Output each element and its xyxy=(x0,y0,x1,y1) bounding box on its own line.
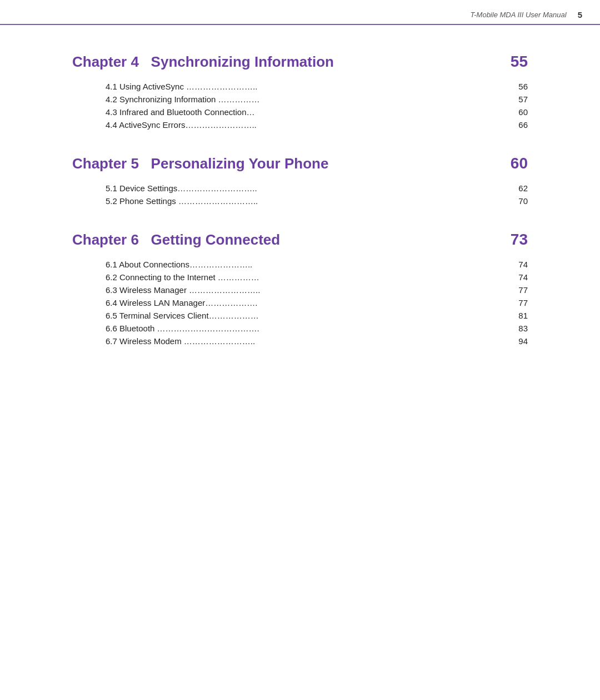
toc-entry: 4.2 Synchronizing Information …………… 57 xyxy=(106,95,528,104)
toc-entry: 6.2 Connecting to the Internet …………… 74 xyxy=(106,272,528,282)
chapter5-section: Chapter 5 Personalizing Your Phone 60 5.… xyxy=(72,155,528,206)
chapter4-section: Chapter 4 Synchronizing Information 55 4… xyxy=(72,53,528,130)
chapter4-heading: Chapter 4 Synchronizing Information 55 xyxy=(72,53,528,71)
chapter6-section: Chapter 6 Getting Connected 73 6.1 About… xyxy=(72,231,528,346)
chapter5-entries: 5.1 Device Settings……………………….. 62 5.2 Ph… xyxy=(72,183,528,206)
toc-entry: 4.3 Infrared and Bluetooth Connection… 6… xyxy=(106,107,528,117)
chapter5-heading: Chapter 5 Personalizing Your Phone 60 xyxy=(72,155,528,172)
toc-entry: 5.2 Phone Settings ……………………….. 70 xyxy=(106,196,528,206)
chapter4-title: Chapter 4 Synchronizing Information xyxy=(72,53,334,71)
toc-entry: 6.5 Terminal Services Client……………… 81 xyxy=(106,311,528,320)
toc-entry: 6.4 Wireless LAN Manager………………. 77 xyxy=(106,298,528,307)
chapter5-title: Chapter 5 Personalizing Your Phone xyxy=(72,155,328,172)
toc-entry: 4.4 ActiveSync Errors…………………….. 66 xyxy=(106,120,528,130)
toc-entry: 6.3 Wireless Manager …………………….. 77 xyxy=(106,285,528,295)
chapter5-page: 60 xyxy=(500,155,528,172)
toc-entry: 4.1 Using ActiveSync …………………….. 56 xyxy=(106,82,528,91)
toc-entry: 6.7 Wireless Modem …………………….. 94 xyxy=(106,336,528,346)
header-title: T-Mobile MDA III User Manual xyxy=(471,11,567,19)
chapter6-title: Chapter 6 Getting Connected xyxy=(72,231,280,249)
page-content: Chapter 4 Synchronizing Information 55 4… xyxy=(0,25,600,399)
chapter4-entries: 4.1 Using ActiveSync …………………….. 56 4.2 S… xyxy=(72,82,528,130)
chapter6-heading: Chapter 6 Getting Connected 73 xyxy=(72,231,528,249)
toc-entry: 6.6 Bluetooth ………………………………. 83 xyxy=(106,324,528,333)
chapter4-page: 55 xyxy=(500,53,528,71)
header-page-number: 5 xyxy=(578,10,582,19)
toc-entry: 6.1 About Connections………………….. 74 xyxy=(106,260,528,269)
chapter6-page: 73 xyxy=(500,231,528,249)
chapter6-entries: 6.1 About Connections………………….. 74 6.2 Co… xyxy=(72,260,528,346)
toc-entry: 5.1 Device Settings……………………….. 62 xyxy=(106,183,528,193)
page-header: T-Mobile MDA III User Manual 5 xyxy=(0,0,600,25)
